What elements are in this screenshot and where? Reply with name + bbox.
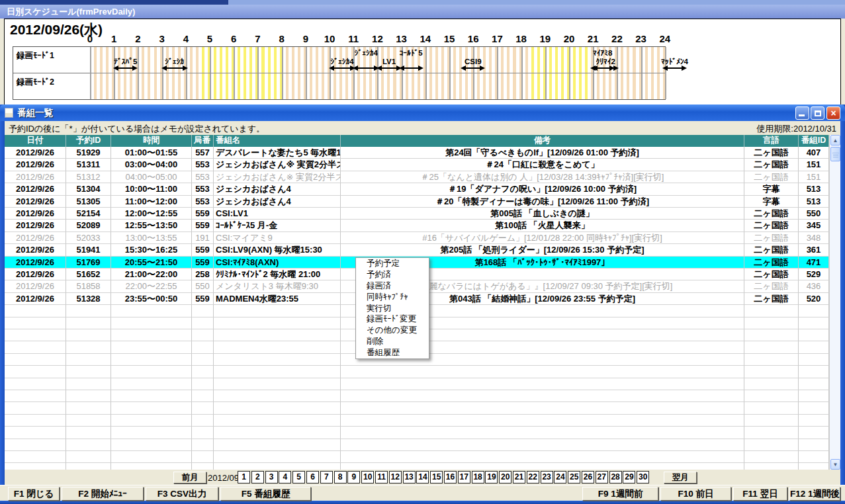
day-button[interactable]: 13 <box>403 471 416 483</box>
hour-tick-label: 0 <box>78 33 102 44</box>
expiry-date: 使用期限:2012/10/31 <box>756 123 836 135</box>
day-button[interactable]: 17 <box>458 471 470 483</box>
hour-tick-label: 23 <box>629 33 653 44</box>
table-row[interactable]: 2012/9/265194115:30〜16:25559CSI:LV9(AXN)… <box>5 244 829 256</box>
prev-month-button[interactable]: 前月 <box>173 472 206 483</box>
empty-cell <box>799 341 829 353</box>
day-button[interactable]: 5 <box>292 471 305 483</box>
table-row[interactable]: 2012/9/265131204:00〜05:00553ジェシカおばさん※ 実質… <box>5 171 829 183</box>
fkey-button[interactable]: F11 翌日 <box>733 487 787 501</box>
maximize-button[interactable] <box>811 106 824 120</box>
context-menu-item[interactable]: 同時ｷｬﾌﾟﾁｬ <box>356 292 429 303</box>
cell-lang: 二ヶ国語 <box>744 257 799 269</box>
table-row[interactable]: 2012/9/265215412:00〜12:55559CSI:LV1第005話… <box>5 208 829 220</box>
cell-time: 12:00〜12:55 <box>111 208 192 220</box>
empty-cell <box>111 451 192 463</box>
vertical-scrollbar[interactable]: ▲ ▼ <box>829 135 840 470</box>
table-row[interactable]: 2012/9/265130410:00〜11:00553ジェシカおばさん4＃19… <box>5 183 829 195</box>
day-button[interactable]: 25 <box>568 471 580 483</box>
day-button[interactable]: 12 <box>389 471 402 483</box>
day-button[interactable]: 3 <box>265 471 278 483</box>
day-button[interactable]: 21 <box>513 471 525 483</box>
next-month-button[interactable]: 翌月 <box>664 472 697 483</box>
hour-tick-label: 22 <box>605 33 629 44</box>
timeline-row-labels: 録画ﾓｰﾄﾞ1 録画ﾓｰﾄﾞ2 <box>13 47 91 99</box>
empty-cell <box>66 366 111 378</box>
function-key-bar: F1 閉じるF2 開始ﾒﾆｭｰF3 CSV出力F5 番組履歴F9 1週間前F10… <box>0 485 845 501</box>
empty-cell <box>192 451 214 463</box>
context-menu-item[interactable]: 予約済 <box>356 269 429 280</box>
day-button[interactable]: 18 <box>472 471 484 483</box>
minimize-button[interactable] <box>795 106 809 120</box>
cell-id: 51941 <box>66 244 111 256</box>
day-button[interactable]: 16 <box>444 471 457 483</box>
day-button[interactable]: 29 <box>623 471 635 483</box>
day-button[interactable]: 19 <box>485 471 498 483</box>
context-menu-item[interactable]: 録画済 <box>356 280 429 292</box>
empty-cell <box>341 366 744 378</box>
close-button[interactable]: × <box>826 106 840 120</box>
cell-ch: 191 <box>192 232 214 244</box>
context-menu-item[interactable]: その他の変更 <box>356 325 429 336</box>
hour-tick-label: 18 <box>510 33 533 44</box>
context-menu-item[interactable]: 削除 <box>356 336 429 347</box>
day-button[interactable]: 22 <box>527 471 539 483</box>
day-button[interactable]: 26 <box>582 471 594 483</box>
empty-cell <box>744 463 799 470</box>
day-button[interactable]: 10 <box>361 471 374 483</box>
fkey-button[interactable]: F1 閉じる <box>8 487 60 501</box>
day-button[interactable]: 24 <box>554 471 566 483</box>
context-menu-item[interactable]: 番組履歴 <box>356 347 429 358</box>
cell-lang: 二ヶ国語 <box>744 244 799 256</box>
record-mode-1-label: 録画ﾓｰﾄﾞ1 <box>13 47 90 73</box>
context-menu-item[interactable]: 録画ﾓｰﾄﾞ変更 <box>356 314 429 325</box>
fkey-button[interactable]: F3 CSV出力 <box>146 487 218 501</box>
empty-cell <box>799 439 829 451</box>
schedule-bar-label: ﾃﾞｽﾊﾟ5 <box>114 58 137 65</box>
cell-ch: 559 <box>192 220 214 231</box>
day-button[interactable]: 30 <box>637 471 649 483</box>
table-row[interactable]: 2012/9/265131103:00〜04:00553ジェシカおばさん※ 実質… <box>5 159 829 171</box>
day-button[interactable]: 4 <box>279 471 291 483</box>
day-button[interactable]: 11 <box>375 471 388 483</box>
cell-ch: 557 <box>192 147 214 159</box>
day-button[interactable]: 9 <box>347 471 360 483</box>
empty-cell <box>799 329 829 341</box>
day-button[interactable]: 15 <box>430 471 443 483</box>
fkey-button[interactable]: F12 1週間後 <box>789 487 840 501</box>
schedule-bar <box>354 67 378 69</box>
scroll-up-button[interactable]: ▲ <box>830 135 840 146</box>
table-row[interactable]: 2012/9/265208912:55〜13:50559ｺｰﾙﾄﾞｹｰｽ5 月-… <box>5 220 829 231</box>
day-button[interactable]: 14 <box>416 471 429 483</box>
row-divider <box>91 73 665 73</box>
cell-name: デスパレートな妻たち5 毎水曜1 <box>214 147 341 159</box>
fkey-button[interactable]: F2 開始ﾒﾆｭｰ <box>62 487 144 501</box>
context-menu-item[interactable]: 実行切 <box>356 303 429 314</box>
day-button[interactable]: 8 <box>334 471 347 483</box>
day-button[interactable]: 6 <box>306 471 319 483</box>
cell-date: 2012/9/26 <box>5 183 66 195</box>
scroll-thumb[interactable] <box>830 147 840 161</box>
table-row[interactable]: 2012/9/265203313:00〜13:55191CSI:マイアミ9#16… <box>5 232 829 244</box>
day-button[interactable]: 20 <box>499 471 511 483</box>
cell-name: ジェシカおばさん4 <box>214 183 341 195</box>
fkey-button[interactable]: F5 番組履歴 <box>220 487 311 501</box>
table-row[interactable]: 2012/9/265130511:00〜12:00553ジェシカおばさん4＃20… <box>5 196 829 208</box>
scroll-down-button[interactable]: ▼ <box>830 459 840 470</box>
day-button[interactable]: 1 <box>238 471 250 483</box>
cell-date: 2012/9/26 <box>5 293 66 305</box>
hour-tick-label: 9 <box>294 33 318 44</box>
table-row[interactable]: 2012/9/265192901:00〜01:55557デスパレートな妻たち5 … <box>5 147 829 159</box>
context-menu-item[interactable]: 予約予定 <box>356 258 429 269</box>
empty-cell <box>214 378 341 390</box>
empty-cell <box>111 354 192 366</box>
day-button[interactable]: 2 <box>251 471 264 483</box>
hour-tick-label: 4 <box>174 33 198 44</box>
day-button[interactable]: 7 <box>320 471 333 483</box>
fkey-button[interactable]: F10 前日 <box>660 487 731 501</box>
day-button[interactable]: 23 <box>541 471 553 483</box>
day-button[interactable]: 28 <box>609 471 622 483</box>
cell-id: 52089 <box>66 220 111 231</box>
day-button[interactable]: 27 <box>596 471 608 483</box>
fkey-button[interactable]: F9 1週間前 <box>582 487 658 501</box>
